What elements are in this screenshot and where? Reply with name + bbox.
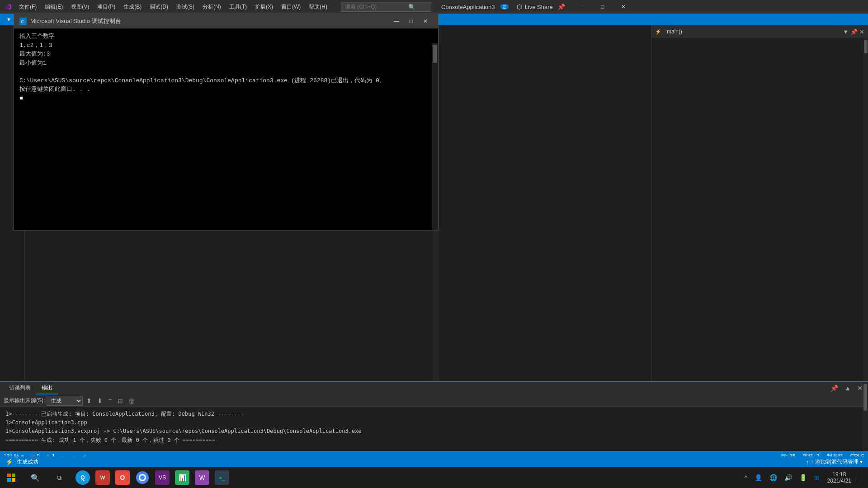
svg-point-9 — [140, 475, 145, 480]
console-line-6: C:\Users\ASUS\source\repos\ConsoleApplic… — [19, 76, 433, 85]
output-content: 1>-------- 已启动生成: 项目: ConsoleApplication… — [0, 407, 868, 451]
menu-item-help[interactable]: 帮助(H) — [305, 1, 331, 13]
right-panel-tab[interactable]: main() — [663, 27, 686, 37]
console-cursor: ■ — [19, 94, 433, 103]
console-line-3: 最大值为:3 — [19, 50, 433, 59]
console-title-bar: C Microsoft Visual Studio 调试控制台 — □ ✕ — [14, 14, 438, 28]
taskbar-wps-icon[interactable]: W — [93, 469, 112, 487]
menu-item-window[interactable]: 窗口(W) — [278, 1, 304, 13]
output-toolbar-btn3[interactable]: ≡ — [106, 396, 113, 405]
clock-date: 2021/4/21 — [827, 478, 851, 484]
console-scrollbar[interactable] — [432, 43, 438, 230]
output-tab-icons: 📌 ▲ ✕ — [829, 384, 864, 393]
output-toolbar-btn4[interactable]: ⊡ — [116, 396, 125, 405]
right-panel-scrollbar-thumb — [864, 40, 868, 53]
tray-network-icon[interactable]: 🌐 — [767, 472, 780, 483]
tray-person-icon[interactable]: 👤 — [752, 472, 765, 483]
taskbar-vscode-icon[interactable]: VS — [153, 469, 172, 487]
notification-badge[interactable]: 2 — [500, 4, 509, 9]
menu-item-build[interactable]: 生成(B) — [120, 1, 145, 13]
console-scrollbar-thumb — [433, 45, 437, 63]
console-title-text: Microsoft Visual Studio 调试控制台 — [30, 17, 386, 25]
console-window: C Microsoft Visual Studio 调试控制台 — □ ✕ 输入… — [14, 14, 439, 230]
add-to-source-control-button[interactable]: ↑ ↑ 添加到源代码管理 ▾ — [806, 458, 863, 466]
right-panel-tab-icons: ▼ 📌 ✕ — [843, 28, 864, 35]
global-search-bar[interactable]: 🔍 — [341, 2, 431, 12]
console-close-button[interactable]: ✕ — [418, 16, 433, 27]
right-panel-close-icon[interactable]: ✕ — [859, 28, 864, 35]
show-desktop-button[interactable] — [857, 476, 863, 479]
tray-windows-security-icon[interactable]: ⊞ — [811, 473, 822, 483]
console-line-7: 按任意键关闭此窗口. . . — [19, 85, 433, 94]
menu-item-debug[interactable]: 调试(D) — [146, 1, 172, 13]
build-success-text: 生成成功 — [17, 458, 38, 466]
svg-rect-6 — [12, 478, 15, 482]
output-scrollbar[interactable] — [863, 382, 868, 451]
clock-time: 19:18 — [827, 471, 851, 478]
output-line-4: ========== 生成: 成功 1 个，失败 0 个，最新 0 个，跳过 0… — [5, 436, 863, 445]
search-icon: 🔍 — [408, 4, 415, 10]
output-pin-icon[interactable]: 📌 — [829, 384, 840, 393]
output-panel: 错误列表 输出 📌 ▲ ✕ 显示输出来源(S): 生成 ⬆ ⬇ ≡ ⊡ 🗑 1>… — [0, 381, 868, 451]
output-expand-icon[interactable]: ▲ — [843, 384, 853, 393]
taskbar-search-button[interactable]: 🔍 — [22, 469, 49, 487]
search-input[interactable] — [345, 4, 408, 10]
live-share-label: Live Share — [525, 4, 553, 10]
console-line-4: 最小值为1 — [19, 59, 433, 68]
right-panel-pin-icon[interactable]: 📌 — [850, 28, 858, 35]
console-minimize-button[interactable]: — — [389, 16, 404, 27]
output-clear-icon[interactable]: 🗑 — [127, 396, 137, 405]
tray-chevron-icon[interactable]: ^ — [742, 473, 750, 483]
live-share-icon: ⬡ — [517, 3, 522, 10]
output-toolbar-btn2[interactable]: ⬇ — [95, 396, 104, 405]
live-share-button[interactable]: ⬡ Live Share — [517, 3, 553, 10]
output-tab[interactable]: 输出 — [36, 382, 58, 394]
menu-item-edit[interactable]: 编辑(E) — [41, 1, 66, 13]
output-line-3: 1>ConsoleApplication3.vcxproj -> C:\User… — [5, 427, 863, 436]
console-line-1: 输入三个数字 — [19, 32, 433, 41]
taskbar-search-icon: 🔍 — [31, 474, 40, 482]
minimize-button[interactable]: — — [571, 0, 592, 14]
console-maximize-button[interactable]: □ — [404, 16, 418, 27]
menu-item-test[interactable]: 测试(S) — [173, 1, 198, 13]
menu-item-tools[interactable]: 工具(T) — [226, 1, 250, 13]
svg-rect-4 — [12, 474, 15, 477]
taskbar-chart-icon[interactable]: 📊 — [173, 469, 192, 487]
pin-icon[interactable]: 📌 — [557, 3, 565, 10]
console-win-controls: — □ ✕ — [389, 16, 433, 27]
right-panel-expand-icon[interactable]: ▼ — [843, 28, 849, 35]
menu-item-analyze[interactable]: 分析(N) — [199, 1, 225, 13]
output-source-select[interactable]: 生成 — [47, 396, 83, 406]
menu-item-project[interactable]: 项目(P) — [94, 1, 119, 13]
menu-item-extensions[interactable]: 扩展(X) — [251, 1, 277, 13]
close-button[interactable]: ✕ — [613, 0, 634, 14]
error-list-tab[interactable]: 错误列表 — [4, 382, 36, 394]
vs-logo — [4, 2, 13, 11]
title-area: ConsoleApplication3 2 — [441, 4, 509, 10]
build-success-bar: ⚡ 生成成功 ↑ ↑ 添加到源代码管理 ▾ — [0, 456, 868, 467]
console-line-5 — [19, 67, 433, 76]
debug-collapse-icon[interactable]: ▼ — [4, 16, 14, 23]
svg-text:C: C — [21, 19, 24, 24]
output-scrollbar-thumb — [863, 384, 867, 411]
taskbar-terminal-icon[interactable]: >_ — [212, 469, 231, 487]
console-line-2: 1,c2，1，3 — [19, 41, 433, 50]
taskbar-task-view-button[interactable]: ⧉ — [50, 469, 69, 487]
menu-item-view[interactable]: 视图(V) — [67, 1, 93, 13]
taskbar-wps2-icon[interactable]: W — [193, 469, 212, 487]
menu-item-file[interactable]: 文件(F) — [15, 1, 40, 13]
output-toolbar-btn1[interactable]: ⬆ — [85, 396, 94, 405]
taskbar-chrome-icon[interactable] — [133, 469, 152, 487]
tray-battery-icon[interactable]: 🔋 — [797, 472, 810, 483]
start-button[interactable] — [2, 469, 21, 487]
system-tray: ^ 👤 🌐 🔊 🔋 ⊞ 19:18 2021/4/21 — [742, 471, 866, 484]
maximize-button[interactable]: □ — [592, 0, 613, 14]
project-title: ConsoleApplication3 — [441, 4, 495, 10]
taskbar-qq-icon[interactable]: Q — [73, 469, 92, 487]
call-stack-icon: ⚡ — [655, 29, 661, 35]
tray-sound-icon[interactable]: 🔊 — [782, 472, 795, 483]
clock-display[interactable]: 19:18 2021/4/21 — [824, 471, 855, 484]
taskbar-office-icon[interactable]: O — [113, 469, 132, 487]
right-panel-header: ⚡ main() ▼ 📌 ✕ — [651, 25, 868, 38]
svg-rect-5 — [7, 478, 11, 482]
